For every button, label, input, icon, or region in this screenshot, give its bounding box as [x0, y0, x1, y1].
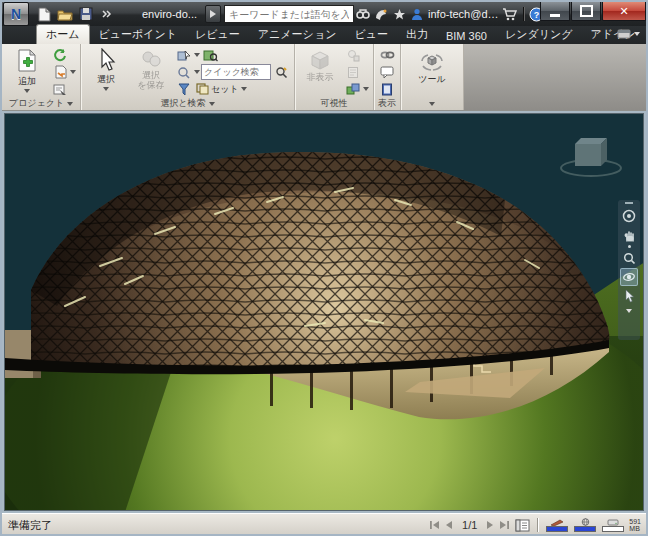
- group-project-label[interactable]: プロジェクト: [2, 97, 80, 110]
- hide-button[interactable]: 非表示: [299, 47, 341, 82]
- zoom-button[interactable]: [620, 249, 638, 267]
- status-separator: [537, 518, 538, 532]
- account-name[interactable]: info-tech@d…: [428, 8, 498, 20]
- new-file-button[interactable]: [35, 5, 53, 23]
- search-history-button[interactable]: [205, 5, 221, 23]
- communication-center-button[interactable]: [372, 5, 390, 23]
- select-button[interactable]: 選択: [85, 47, 127, 94]
- quick-find-input[interactable]: [201, 64, 271, 80]
- navbar-more-dot[interactable]: [628, 245, 631, 248]
- next-sheet-button[interactable]: [486, 520, 494, 530]
- steering-wheel-button[interactable]: [620, 207, 638, 225]
- hide-unselected-button[interactable]: [344, 64, 362, 80]
- tab-animation[interactable]: アニメーション: [249, 25, 346, 44]
- select-same-caret[interactable]: [194, 53, 200, 60]
- tab-rendering[interactable]: レンダリング: [496, 25, 582, 44]
- open-file-button[interactable]: [56, 5, 74, 23]
- sheet-browser-button[interactable]: [515, 519, 530, 532]
- append-button[interactable]: 追加: [6, 47, 48, 96]
- hide-cube-icon: [308, 48, 332, 72]
- save-selection-label-1: 選択: [142, 70, 160, 80]
- ribbon-display-options[interactable]: [617, 29, 640, 39]
- ribbon: 追加: [2, 44, 646, 111]
- navbar-caret[interactable]: [626, 309, 632, 316]
- memory-value: 591: [629, 518, 641, 525]
- save-selection-icon: [139, 48, 163, 70]
- store-button[interactable]: [501, 5, 519, 23]
- group-display: 表示: [374, 44, 401, 110]
- zoom-icon: [623, 252, 636, 265]
- tab-review[interactable]: レビュー: [186, 25, 249, 44]
- titlebar-separator: [523, 7, 524, 21]
- group-display-label[interactable]: 表示: [374, 97, 400, 110]
- select-tool-button[interactable]: [620, 287, 638, 305]
- disk-progress-meter: [601, 519, 625, 532]
- pan-hand-icon: [623, 228, 636, 242]
- sign-in-button[interactable]: [408, 5, 426, 23]
- select-search-group-caret: [209, 102, 215, 109]
- first-sheet-button[interactable]: [429, 520, 440, 530]
- favorites-button[interactable]: [390, 5, 408, 23]
- group-visibility-label[interactable]: 可視性: [295, 97, 373, 110]
- unhide-all-button[interactable]: [344, 81, 362, 97]
- satellite-dish-icon: [374, 8, 388, 21]
- tab-home[interactable]: ホーム: [36, 24, 90, 44]
- hide-label: 非表示: [307, 72, 334, 82]
- qat-expand-button[interactable]: [98, 5, 116, 23]
- binoculars-icon: [356, 8, 370, 20]
- find-items-button[interactable]: [201, 47, 219, 63]
- maximize-icon: [580, 5, 593, 17]
- play-arrow-icon: [210, 10, 220, 18]
- properties-button[interactable]: [378, 81, 396, 97]
- window-controls: ✕: [539, 2, 646, 21]
- sets-label: セット: [211, 83, 239, 96]
- select-cursor-icon: [96, 48, 116, 74]
- select-arrow-icon: [624, 289, 635, 303]
- tools-icon: [418, 48, 446, 74]
- selection-inspector-icon: [177, 66, 191, 79]
- scene-view[interactable]: [4, 113, 644, 511]
- file-options-caret[interactable]: [70, 70, 76, 77]
- group-tools: ツール: [401, 44, 464, 110]
- unhide-all-caret[interactable]: [363, 87, 369, 94]
- save-selection-button[interactable]: 選択 を保存: [130, 47, 172, 90]
- last-sheet-button[interactable]: [499, 520, 510, 530]
- keyword-search-input[interactable]: [224, 5, 354, 23]
- pan-button[interactable]: [620, 226, 638, 244]
- reset-all-button[interactable]: [51, 81, 69, 97]
- sheet-navigation: 1/1: [429, 519, 530, 532]
- shopping-cart-icon: [502, 8, 517, 21]
- group-tools-label[interactable]: [401, 97, 463, 110]
- file-options-button[interactable]: [51, 64, 69, 80]
- maximize-button[interactable]: [571, 2, 601, 21]
- select-same-button[interactable]: [175, 47, 193, 63]
- links-button[interactable]: [378, 47, 396, 63]
- orbit-button[interactable]: [620, 268, 638, 286]
- quick-find-button[interactable]: [272, 64, 290, 80]
- refresh-button[interactable]: [51, 47, 69, 63]
- minimize-button[interactable]: [540, 2, 570, 21]
- tools-label: ツール: [418, 74, 445, 84]
- group-select-search-label[interactable]: 選択と検索: [81, 97, 294, 110]
- selection-tree-button[interactable]: [175, 81, 193, 97]
- sets-button[interactable]: セット: [194, 81, 249, 97]
- tab-view[interactable]: ビュー: [345, 25, 397, 44]
- select-same-icon: [177, 49, 191, 62]
- search-button[interactable]: [354, 5, 372, 23]
- previous-sheet-button[interactable]: [445, 520, 453, 530]
- pencil-progress-meter: [545, 519, 569, 532]
- web-progress-meter: [573, 518, 597, 532]
- application-menu-button[interactable]: N: [3, 2, 29, 26]
- tab-viewpoint[interactable]: ビューポイント: [90, 25, 187, 44]
- tab-output[interactable]: 出力: [397, 25, 437, 44]
- require-button[interactable]: [344, 47, 362, 63]
- close-button[interactable]: ✕: [602, 2, 646, 21]
- selection-inspector-caret[interactable]: [194, 70, 200, 77]
- navbar-grip[interactable]: [625, 202, 633, 204]
- quick-properties-button[interactable]: [378, 64, 396, 80]
- selection-inspector-button[interactable]: [175, 64, 193, 80]
- tools-button[interactable]: ツール: [411, 47, 453, 84]
- save-button[interactable]: [77, 5, 95, 23]
- tab-bim360[interactable]: BIM 360: [437, 28, 496, 44]
- save-disk-icon: [79, 7, 93, 21]
